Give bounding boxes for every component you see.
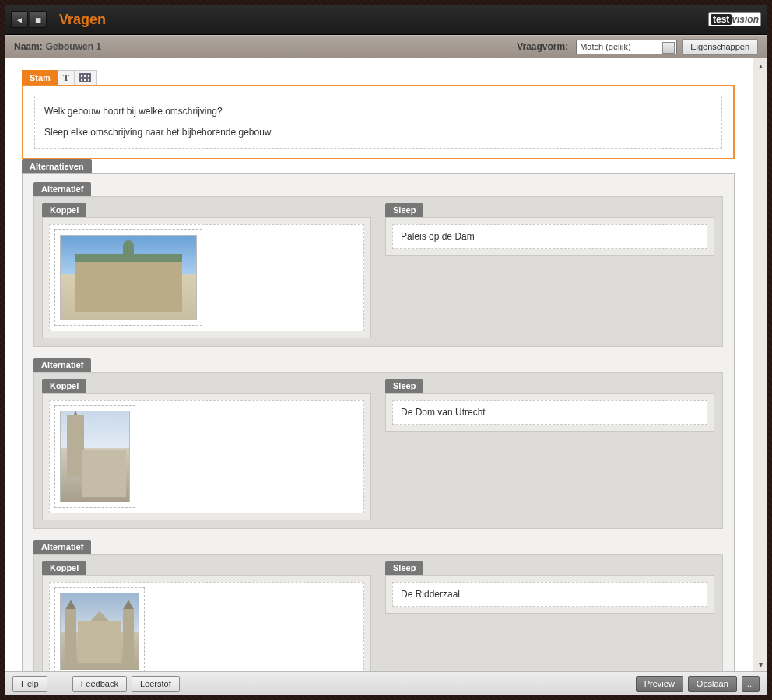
page-title: Vragen — [59, 12, 106, 28]
back-button[interactable]: ◄ — [11, 11, 28, 28]
alternative-body: Koppel — [33, 554, 723, 671]
alternative-2: Alternatief Koppel — [33, 358, 723, 529]
sleep-body: De Ridderzaal — [385, 575, 714, 614]
koppel-dropzone[interactable] — [49, 224, 364, 331]
koppel-body — [42, 217, 371, 338]
top-bar: ◄ ◼ Vragen testvision — [5, 5, 767, 35]
alternative-tab: Alternatief — [33, 540, 91, 554]
scroll-container: Stam T Welk gebouw hoort bij welke omsch… — [5, 58, 753, 671]
stam-line1: Welk gebouw hoort bij welke omschrijving… — [44, 104, 712, 119]
sleep-text-area[interactable]: De Dom van Utrecht — [392, 400, 707, 425]
sleep-body: Paleis op de Dam — [385, 217, 714, 256]
vertical-scrollbar[interactable]: ▴ ▾ — [753, 58, 767, 671]
sleep-tab: Sleep — [385, 203, 423, 217]
koppel-image-frame[interactable] — [54, 405, 135, 508]
alternative-3: Alternatief Koppel — [33, 540, 723, 671]
stam-body: Welk gebouw hoort bij welke omschrijving… — [22, 85, 735, 159]
image-ridderzaal — [60, 593, 139, 670]
sleep-tab: Sleep — [385, 561, 423, 575]
content: Stam T Welk gebouw hoort bij welke omsch… — [5, 58, 749, 671]
name-bar: Naam: Gebouwen 1 Vraagvorm: Match (gelij… — [5, 35, 767, 58]
koppel-image-frame[interactable] — [54, 229, 202, 326]
alternatives-tab: Alternatieven — [22, 159, 92, 173]
sleep-column: Sleep Paleis op de Dam — [385, 203, 714, 338]
bottom-bar: Help Feedback Leerstof Preview Opslaan .… — [5, 671, 767, 695]
sleep-column: Sleep De Dom van Utrecht — [385, 379, 714, 520]
alternative-body: Koppel — [33, 372, 723, 529]
sleep-body: De Dom van Utrecht — [385, 393, 714, 432]
image-paleis — [60, 235, 197, 320]
leerstof-button[interactable]: Leerstof — [132, 676, 180, 692]
tab-text-format[interactable]: T — [58, 70, 75, 85]
koppel-column: Koppel — [42, 561, 371, 671]
koppel-dropzone[interactable] — [49, 582, 364, 671]
save-button[interactable]: Opslaan — [688, 676, 737, 692]
main-area: Stam T Welk gebouw hoort bij welke omsch… — [5, 58, 767, 671]
alternatives-section: Alternatieven Alternatief Koppel — [22, 159, 735, 671]
name-value: Gebouwen 1 — [46, 41, 101, 52]
image-dom-utrecht — [60, 411, 130, 502]
properties-button[interactable]: Eigenschappen — [682, 39, 758, 55]
koppel-column: Koppel — [42, 379, 371, 520]
alternative-tab: Alternatief — [33, 182, 91, 196]
sleep-column: Sleep De Ridderzaal — [385, 561, 714, 671]
logo: testvision — [708, 12, 761, 26]
sleep-text-area[interactable]: Paleis op de Dam — [392, 224, 707, 249]
sleep-text: Paleis op de Dam — [401, 231, 475, 242]
chevron-down-icon — [665, 45, 672, 51]
scroll-down-icon[interactable]: ▾ — [753, 657, 767, 671]
tab-table[interactable] — [74, 70, 96, 85]
koppel-tab: Koppel — [42, 379, 86, 393]
alternatives-body: Alternatief Koppel — [22, 173, 735, 671]
koppel-column: Koppel — [42, 203, 371, 338]
koppel-body — [42, 393, 371, 520]
more-button[interactable]: ... — [742, 676, 760, 692]
question-type-select[interactable]: Match (gelijk) — [576, 40, 677, 54]
koppel-tab: Koppel — [42, 203, 86, 217]
scroll-up-icon[interactable]: ▴ — [753, 58, 767, 72]
koppel-dropzone[interactable] — [49, 400, 364, 513]
sleep-text: De Ridderzaal — [401, 589, 460, 600]
tab-stam[interactable]: Stam — [22, 70, 58, 85]
logo-test: test — [711, 14, 732, 25]
preview-button[interactable]: Preview — [636, 676, 683, 692]
app-frame: ◄ ◼ Vragen testvision Naam: Gebouwen 1 V… — [5, 5, 767, 695]
name-label: Naam: — [14, 41, 43, 52]
koppel-tab: Koppel — [42, 561, 86, 575]
koppel-image-frame[interactable] — [54, 587, 145, 671]
alternative-tab: Alternatief — [33, 358, 91, 372]
stam-line2: Sleep elke omschrijving naar het bijbeho… — [44, 125, 712, 140]
help-button[interactable]: Help — [12, 676, 47, 692]
stop-button[interactable]: ◼ — [30, 11, 47, 28]
text-icon: T — [63, 72, 69, 84]
sleep-text-area[interactable]: De Ridderzaal — [392, 582, 707, 607]
sleep-text: De Dom van Utrecht — [401, 407, 486, 418]
stam-section: Stam T Welk gebouw hoort bij welke omsch… — [22, 69, 735, 159]
koppel-body — [42, 575, 371, 671]
form-label: Vraagvorm: — [517, 41, 568, 52]
feedback-button[interactable]: Feedback — [72, 676, 127, 692]
alternative-1: Alternatief Koppel — [33, 182, 723, 347]
stam-tabs: Stam T — [22, 69, 735, 85]
stam-text-area[interactable]: Welk gebouw hoort bij welke omschrijving… — [34, 96, 722, 149]
alternative-body: Koppel — [33, 196, 723, 347]
question-type-value: Match (gelijk) — [580, 42, 630, 51]
logo-vision: vision — [732, 14, 759, 25]
table-icon — [79, 73, 91, 82]
sleep-tab: Sleep — [385, 379, 423, 393]
